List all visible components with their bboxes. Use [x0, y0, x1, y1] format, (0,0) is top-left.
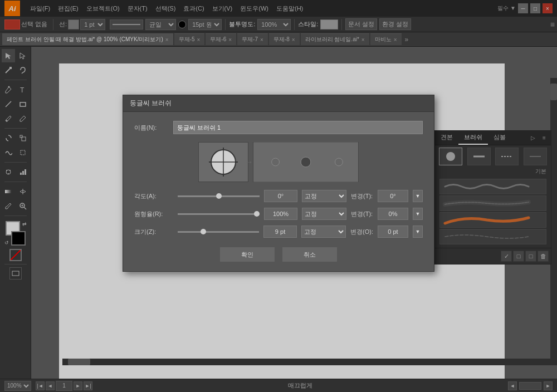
roundness-input[interactable] [264, 208, 297, 220]
fp-new-btn[interactable]: □ [513, 251, 524, 262]
brush-mode-3[interactable] [495, 148, 519, 165]
rotate-tool[interactable] [2, 131, 15, 145]
stroke-color-swatch[interactable] [68, 19, 79, 30]
size-type-select[interactable]: 고정 [301, 226, 346, 238]
size-variation-arrow[interactable]: ▼ [413, 226, 423, 238]
doc-settings-button[interactable]: 문서 설정 [345, 18, 377, 30]
roundness-slider[interactable] [178, 213, 260, 215]
angle-input[interactable] [264, 190, 297, 202]
tab-0[interactable]: 페인트 브러쉬 안될 때 해결 방법.ai* @ 100% (CMYK/미리보기… [2, 33, 173, 45]
menu-file[interactable]: 파일(F) [27, 3, 53, 14]
brush-sample-1[interactable] [439, 179, 546, 194]
menu-view[interactable]: 보기(V) [209, 3, 236, 14]
bottom-scroll-thumb[interactable] [68, 359, 90, 365]
angle-variation-arrow[interactable]: ▼ [413, 190, 423, 202]
stroke-style-select[interactable]: 균일 [145, 19, 176, 30]
zoom-select[interactable]: 100% [4, 381, 31, 391]
type-tool[interactable]: T [16, 83, 30, 96]
env-settings-button[interactable]: 환경 설정 [379, 18, 411, 30]
zoom-tool[interactable] [16, 199, 30, 213]
symbol-sprayer-tool[interactable] [2, 165, 15, 179]
brush-mode-2[interactable] [467, 148, 491, 165]
brush-sample-3[interactable] [439, 212, 546, 228]
stroke-width-select[interactable]: 1 pt [80, 19, 105, 30]
line-tool[interactable] [2, 97, 15, 111]
size-slider[interactable] [178, 231, 259, 233]
direct-select-tool[interactable] [16, 49, 30, 62]
tab-2-close[interactable]: × [228, 37, 232, 43]
tab-3[interactable]: 무제-7 × [237, 33, 268, 45]
magic-wand-tool[interactable] [2, 63, 15, 77]
rect-tool[interactable] [16, 97, 30, 111]
point-size-select[interactable]: 15pt 원 [188, 19, 222, 30]
more-options-icon[interactable]: ≡ [550, 20, 555, 29]
roundness-variation-input[interactable] [378, 208, 408, 220]
size-variation-input[interactable] [378, 226, 408, 238]
tab-1-close[interactable]: × [197, 37, 201, 43]
none-stroke-box[interactable] [9, 249, 22, 261]
page-input[interactable] [56, 381, 72, 391]
brush-sample-2[interactable] [439, 195, 546, 211]
bottom-scrollbar[interactable] [62, 359, 550, 365]
menu-help[interactable]: 도움말(H) [273, 3, 306, 14]
lasso-tool[interactable] [16, 63, 30, 77]
menu-window[interactable]: 윈도우(W) [237, 3, 272, 14]
menu-select[interactable]: 선택(S) [152, 3, 179, 14]
opacity-select[interactable]: 100% [257, 19, 291, 30]
roundness-variation-arrow[interactable]: ▼ [413, 208, 423, 220]
pen-tool[interactable] [2, 83, 15, 96]
free-transform-tool[interactable] [16, 146, 30, 159]
tab-4[interactable]: 무제-8 × [269, 33, 300, 45]
roundness-type-select[interactable]: 고정 [302, 208, 346, 220]
select-tool[interactable] [2, 49, 15, 62]
menu-edit[interactable]: 편집(E) [55, 3, 82, 14]
first-page-button[interactable]: |◄ [36, 381, 45, 390]
close-button[interactable]: × [543, 3, 553, 13]
angle-type-select[interactable]: 고정 [302, 190, 346, 202]
float-tab-brush[interactable]: 브러쉬 [458, 131, 488, 145]
last-page-button[interactable]: ►| [84, 381, 92, 390]
menu-effect[interactable]: 효과(C) [180, 3, 207, 14]
pencil-tool[interactable] [16, 112, 30, 125]
minimize-button[interactable]: ─ [518, 3, 528, 13]
fp-check-btn[interactable]: ✓ [501, 251, 512, 262]
cancel-button[interactable]: 취소 [282, 247, 338, 262]
swap-colors-icon[interactable]: ⇄ [22, 221, 27, 227]
float-panel-expand-icon[interactable]: ▷ [529, 134, 538, 143]
size-input[interactable] [263, 226, 297, 238]
tab-5-close[interactable]: × [361, 37, 365, 43]
next-page-button[interactable]: ► [74, 381, 82, 390]
menu-text[interactable]: 문자(T) [124, 3, 151, 14]
tab-0-close[interactable]: × [165, 37, 169, 43]
scale-tool[interactable] [16, 131, 30, 145]
name-input[interactable] [173, 121, 423, 134]
tab-3-close[interactable]: × [260, 37, 263, 43]
right-scroll-thumb[interactable] [550, 84, 557, 100]
menu-object[interactable]: 오브젝트(O) [83, 3, 123, 14]
column-graph-tool[interactable] [16, 165, 30, 179]
tab-5[interactable]: 라이브러리 썸네일.ai* × [301, 33, 369, 45]
tab-4-close[interactable]: × [292, 37, 295, 43]
prev-page-button[interactable]: ◄ [46, 381, 55, 390]
paintbrush-tool[interactable] [2, 112, 15, 125]
fp-lib-btn[interactable]: □ [525, 251, 536, 262]
mesh-tool[interactable] [16, 185, 30, 198]
status-right-arrow[interactable]: ► [544, 381, 553, 390]
round-brush-dialog[interactable]: 둥글씨 브러쉬 이름(N): [123, 95, 434, 272]
brush-mode-circle[interactable] [439, 148, 462, 165]
tab-6-close[interactable]: × [394, 37, 397, 43]
brush-mode-4[interactable] [524, 148, 547, 165]
tab-1[interactable]: 무제-5 × [174, 33, 205, 45]
maximize-button[interactable]: □ [530, 3, 540, 13]
fp-delete-btn[interactable]: 🗑 [538, 251, 549, 262]
warp-tool[interactable] [2, 146, 15, 159]
float-tab-symbol[interactable]: 심볼 [488, 131, 511, 145]
float-tab-swatch[interactable]: 견본 [435, 131, 458, 145]
status-left-arrow[interactable]: ◄ [508, 381, 517, 390]
reset-colors-icon[interactable]: ↺ [4, 240, 9, 246]
angle-slider[interactable] [178, 195, 260, 197]
angle-variation-input[interactable] [378, 190, 408, 202]
tab-2[interactable]: 무제-6 × [206, 33, 236, 45]
brush-sample-4[interactable] [439, 229, 546, 244]
confirm-button[interactable]: 확인 [219, 247, 275, 262]
